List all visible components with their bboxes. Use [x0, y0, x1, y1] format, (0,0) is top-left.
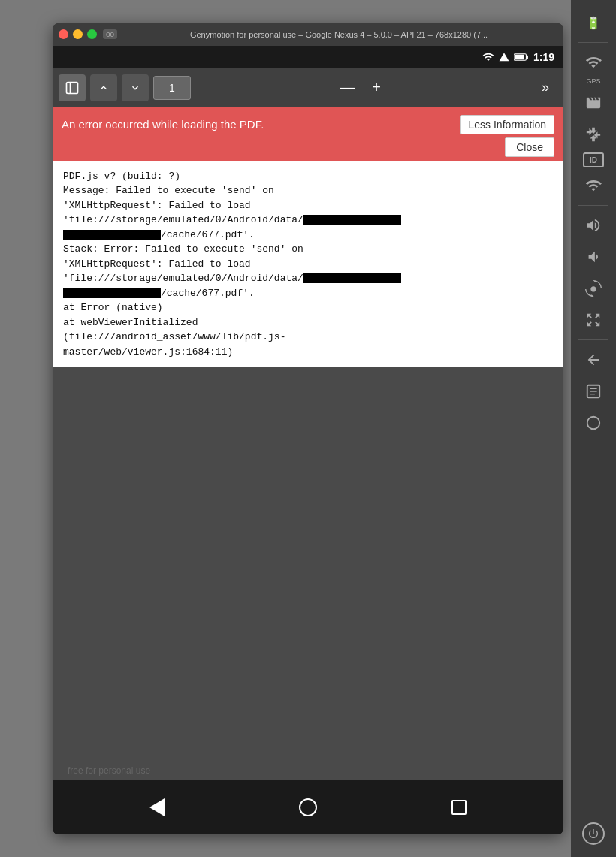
- error-detail-line9: /cache/677.pdf'.: [63, 286, 553, 301]
- error-detail-line3: 'XMLHttpRequest': Failed to load: [63, 198, 553, 213]
- maximize-window-button[interactable]: [87, 29, 97, 39]
- svg-rect-7: [515, 54, 524, 59]
- recents-button[interactable]: [451, 800, 467, 815]
- status-time: 1:19: [533, 51, 554, 63]
- close-window-button[interactable]: [59, 29, 68, 39]
- less-information-button[interactable]: Less Information: [460, 115, 555, 134]
- home-button[interactable]: [299, 798, 317, 816]
- home-circle-icon: [299, 798, 317, 816]
- error-detail-line1: PDF.js v? (build: ?): [63, 169, 553, 184]
- wifi-status-icon: [482, 52, 494, 62]
- volume-up-icon[interactable]: [580, 212, 607, 239]
- page-number-input[interactable]: 1: [153, 76, 191, 100]
- rotate-icon[interactable]: [580, 275, 607, 302]
- back-button[interactable]: [149, 798, 165, 816]
- back-nav-icon[interactable]: [580, 346, 607, 373]
- redacted-1: [303, 215, 401, 225]
- svg-point-4: [587, 417, 600, 430]
- error-detail-line11: at webViewerInitialized: [63, 315, 553, 330]
- redacted-2: [63, 230, 161, 240]
- zoom-plus-button[interactable]: +: [364, 76, 388, 100]
- error-detail-line7: 'XMLHttpRequest': Failed to load: [63, 257, 553, 272]
- title-bar: oo Genymotion for personal use – Google …: [53, 23, 563, 46]
- redacted-3: [303, 273, 401, 283]
- video-icon[interactable]: [580, 89, 607, 116]
- home-nav-icon[interactable]: [580, 409, 607, 436]
- error-top-row: An error occurred while loading the PDF.…: [53, 107, 563, 137]
- resize-icon[interactable]: [580, 306, 607, 333]
- window-controls: [59, 29, 97, 39]
- desktop: 🔋 GPS ID: [0, 0, 616, 857]
- prev-page-button[interactable]: [90, 74, 117, 101]
- close-error-button[interactable]: Close: [505, 137, 554, 157]
- divider-1: [578, 42, 608, 43]
- dpad-icon[interactable]: [580, 121, 607, 148]
- sidebar-toggle-button[interactable]: [59, 74, 86, 101]
- minimize-window-button[interactable]: [73, 29, 83, 39]
- error-detail-line6: Stack: Error: Failed to execute 'send' o…: [63, 242, 553, 257]
- recents-nav-icon[interactable]: [580, 378, 607, 405]
- divider-3: [578, 339, 608, 340]
- recents-square-icon: [451, 800, 467, 815]
- error-detail-line12: (file:///android_asset/www/lib/pdf.js-: [63, 330, 553, 345]
- battery-icon: 🔋: [580, 9, 607, 36]
- nav-bar: [53, 780, 563, 834]
- volume-down-icon[interactable]: [580, 243, 607, 270]
- android-screen: 1:19: [53, 46, 563, 834]
- error-detail-line2: Message: Failed to execute 'send' on: [63, 183, 553, 198]
- zoom-minus-button[interactable]: —: [336, 76, 360, 100]
- error-detail-line5: /cache/677.pdf'.: [63, 228, 553, 243]
- redacted-4: [63, 288, 161, 298]
- signal-icon[interactable]: [580, 172, 607, 199]
- status-bar: 1:19: [53, 46, 563, 68]
- error-details: PDF.js v? (build: ?) Message: Failed to …: [53, 161, 563, 367]
- right-sidebar: 🔋 GPS ID: [571, 0, 616, 857]
- error-message: An error occurred while loading the PDF.: [62, 118, 454, 131]
- next-page-button[interactable]: [122, 74, 149, 101]
- status-bar-right: 1:19: [482, 51, 554, 63]
- emulator-window: oo Genymotion for personal use – Google …: [53, 23, 563, 834]
- battery-status-icon: [514, 52, 529, 62]
- signal-status-icon: [499, 52, 509, 62]
- watermark-text: free for personal use: [68, 765, 150, 776]
- pdf-content-area: [53, 367, 563, 780]
- power-icon[interactable]: [582, 822, 605, 845]
- error-detail-line8: 'file:///storage/emulated/0/Android/data…: [63, 271, 553, 286]
- error-detail-line10: at Error (native): [63, 300, 553, 315]
- gps-label: GPS: [586, 77, 600, 85]
- error-bottom-row: Close: [53, 137, 563, 161]
- wifi-icon[interactable]: [580, 49, 607, 76]
- window-title: Genymotion for personal use – Google Nex…: [120, 30, 557, 39]
- error-area: An error occurred while loading the PDF.…: [53, 107, 563, 161]
- error-detail-line13: master/web/viewer.js:1684:11): [63, 345, 553, 360]
- svg-rect-8: [67, 82, 78, 93]
- pdf-toolbar: 1 — + »: [53, 68, 563, 107]
- id-icon[interactable]: ID: [583, 152, 604, 167]
- back-triangle-icon: [149, 798, 165, 816]
- divider-2: [578, 205, 608, 206]
- genymotion-badge: oo: [103, 29, 117, 39]
- svg-rect-6: [527, 55, 528, 58]
- more-tools-button[interactable]: »: [533, 76, 557, 100]
- error-detail-line4: 'file:///storage/emulated/0/Android/data…: [63, 213, 553, 228]
